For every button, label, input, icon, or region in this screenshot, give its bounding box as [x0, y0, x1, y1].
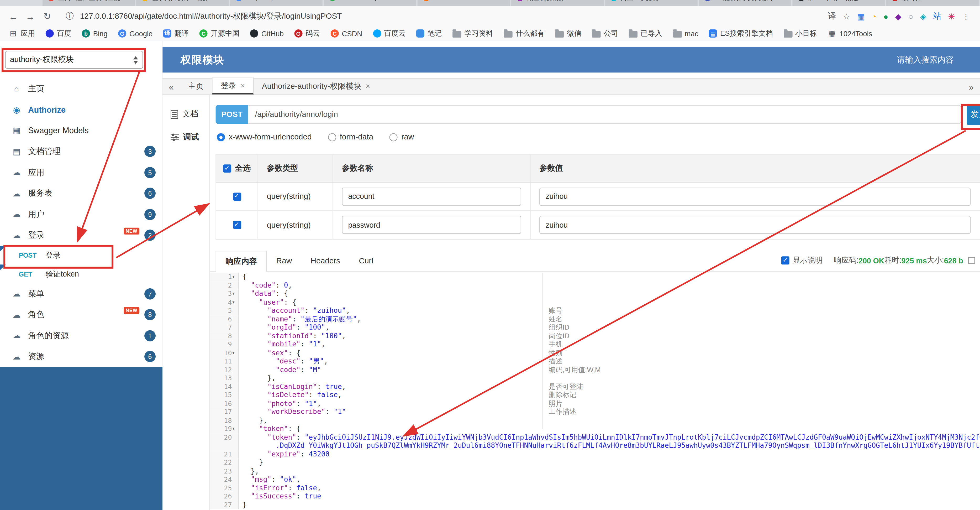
sidebar-item[interactable]: ▤文档管理3: [0, 141, 162, 162]
back-icon[interactable]: ←: [5, 11, 22, 22]
sidebar-item[interactable]: ▦Swagger Models: [0, 120, 162, 141]
bookmark-item[interactable]: CCSDN: [331, 29, 362, 38]
param-value-input[interactable]: zuihou: [539, 216, 970, 234]
param-value-input[interactable]: zuihou: [539, 187, 970, 206]
code-line: 22 }: [210, 459, 980, 467]
fold-caret-icon[interactable]: ▾: [232, 273, 238, 281]
browser-tab[interactable]: temporary-internal-wiki: [230, 0, 322, 6]
browser-tab[interactable]: SPuG - Compose: [324, 0, 416, 6]
site-info-icon[interactable]: ⓘ: [65, 11, 74, 22]
extension-icon-1[interactable]: ▦: [857, 11, 864, 21]
nav-item-doc[interactable]: 文档: [162, 103, 210, 126]
extension-icon-7[interactable]: 站: [933, 11, 942, 22]
bookmark-item[interactable]: 微信: [555, 29, 581, 38]
forward-icon[interactable]: →: [22, 11, 38, 22]
extension-icon-3[interactable]: ●: [883, 11, 888, 21]
fold-caret-icon[interactable]: ▾: [232, 290, 238, 298]
response-tab[interactable]: Headers: [301, 250, 350, 271]
fold-caret-icon[interactable]: ▾: [232, 425, 238, 433]
response-tab[interactable]: 响应内容: [216, 251, 267, 272]
extension-icon-8[interactable]: ✳: [948, 11, 955, 21]
fullscreen-icon[interactable]: [968, 257, 975, 264]
line-number: 14: [210, 382, 232, 391]
browser-tab[interactable]: 最码农: [886, 0, 979, 6]
content-type-option[interactable]: raw: [390, 132, 414, 141]
bookmark-item[interactable]: 公司: [592, 29, 618, 38]
content-type-option[interactable]: x-www-form-urlencoded: [217, 132, 312, 141]
bookmark-item[interactable]: 百度: [46, 29, 72, 38]
extension-icon-2[interactable]: ◔: [872, 11, 877, 21]
sidebar-item[interactable]: ☁菜单7: [0, 284, 162, 304]
sidebar-item[interactable]: ☁角色的资源1: [0, 325, 162, 346]
select-all-checkbox[interactable]: [223, 164, 231, 172]
code-line: 4▾ "user": {: [210, 298, 980, 306]
code-token: ,: [325, 323, 329, 332]
content-tab[interactable]: 登录×: [212, 78, 254, 94]
extension-icon-6[interactable]: ◈: [920, 11, 926, 21]
response-tab[interactable]: Curl: [350, 250, 383, 271]
reload-icon[interactable]: ↻: [39, 11, 56, 22]
bookmark-item[interactable]: GGoogle: [118, 29, 153, 38]
request-url-input[interactable]: /api/authority/anno/login: [248, 105, 961, 124]
content-type-option[interactable]: form-data: [328, 132, 373, 141]
response-tab[interactable]: Raw: [267, 250, 301, 271]
sidebar-item[interactable]: ☁角色NEW8: [0, 304, 162, 325]
bookmark-item[interactable]: bBing: [82, 29, 108, 38]
bookmark-item[interactable]: ▤ES搜索引擎文档: [709, 29, 773, 38]
param-name-input[interactable]: account: [342, 187, 521, 206]
show-description-checkbox[interactable]: [781, 256, 789, 265]
sidebar-item[interactable]: ◉Authorize: [0, 99, 162, 120]
sidebar-item[interactable]: ☁服务表6: [0, 183, 162, 204]
tab-scroll-left-icon[interactable]: «: [162, 82, 180, 92]
row-checkbox[interactable]: [233, 192, 241, 200]
browser-tab[interactable]: 登录页面设计 - 站酷: [136, 0, 229, 6]
sidebar-item[interactable]: ☁资源6: [0, 346, 162, 367]
bookmark-item[interactable]: 百度云: [373, 29, 406, 38]
row-checkbox[interactable]: [233, 221, 241, 229]
header-search-input[interactable]: 请输入搜索内容: [897, 54, 954, 65]
close-icon[interactable]: ×: [366, 82, 370, 91]
nav-item-debug[interactable]: 调试: [162, 126, 210, 149]
bookmark-item[interactable]: 什么都有: [504, 29, 544, 38]
browser-tab[interactable]: ES搜索引擎文档规则: [698, 0, 791, 6]
content-tab[interactable]: Authorize-authority-权限模块×: [254, 78, 378, 94]
sidebar-item[interactable]: ☁用户9: [0, 204, 162, 225]
browser-tab[interactable]: habos: [418, 0, 510, 6]
send-button[interactable]: 发送: [967, 104, 980, 125]
browser-tab[interactable]: 闲鱼二手交易: [605, 0, 697, 6]
tab-scroll-right-icon[interactable]: »: [963, 82, 980, 92]
translate-icon[interactable]: 译: [828, 11, 836, 22]
sidebar-item[interactable]: ☁登录NEW2: [0, 225, 162, 246]
bookmark-item[interactable]: C开源中国: [199, 29, 239, 38]
bookmark-star-icon[interactable]: ☆: [843, 11, 850, 21]
bookmark-item[interactable]: 已导入: [629, 29, 662, 38]
browser-tab[interactable]: github pages 搭建: [792, 0, 885, 6]
content-tab[interactable]: 主页: [180, 78, 212, 94]
sidebar-item[interactable]: ⌂主页: [0, 78, 162, 99]
bookmark-item[interactable]: 学习资料: [452, 29, 493, 38]
sidebar-api-item[interactable]: POST登录: [0, 246, 162, 265]
browser-tab[interactable]: 主页 - 温江互联网医院: [43, 0, 135, 6]
code-token: [242, 290, 251, 298]
extension-icon-5[interactable]: ○: [908, 11, 913, 21]
close-icon[interactable]: ×: [241, 81, 245, 90]
code-token: :: [288, 484, 296, 492]
bookmark-item[interactable]: ⊞应用: [9, 29, 35, 38]
bookmark-item[interactable]: 笔记: [416, 29, 442, 38]
param-name-input[interactable]: password: [342, 216, 521, 234]
module-select[interactable]: authority-权限模块: [5, 51, 143, 69]
extension-icon-4[interactable]: ◆: [895, 11, 902, 21]
bookmark-item[interactable]: 译翻译: [163, 29, 189, 38]
bookmark-item[interactable]: 小目标: [783, 29, 817, 38]
bookmark-item[interactable]: mac: [673, 30, 698, 37]
address-bar[interactable]: 127.0.0.1:8760/api/gate/doc.html#/author…: [80, 11, 342, 22]
fold-caret-icon[interactable]: ▾: [232, 349, 238, 357]
overflow-menu-icon[interactable]: ⋮: [962, 11, 970, 21]
bookmark-item[interactable]: GitHub: [250, 29, 284, 38]
sidebar-item[interactable]: ☁应用5: [0, 162, 162, 183]
bookmark-item[interactable]: ▦1024Tools: [827, 29, 872, 38]
bookmark-item[interactable]: G码云: [294, 29, 320, 38]
fold-caret-icon[interactable]: ▾: [232, 298, 238, 306]
sidebar-api-item[interactable]: GET验证token: [0, 265, 162, 283]
browser-tab[interactable]: 做全栈攻城狮: [511, 0, 604, 6]
